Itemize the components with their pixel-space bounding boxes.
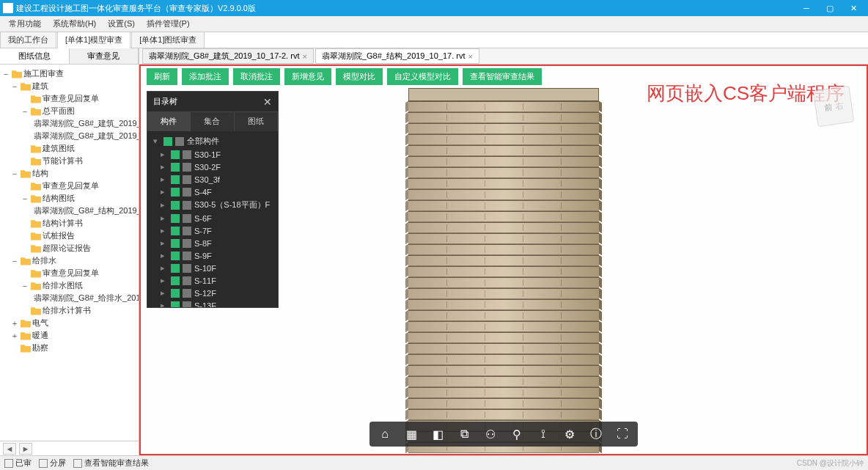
building-model[interactable] <box>408 88 599 455</box>
menu-plugins[interactable]: 插件管理(P) <box>141 17 196 31</box>
tree-toggle-icon[interactable]: − <box>10 257 19 265</box>
catalog-item[interactable]: ▸S-10F <box>147 262 278 274</box>
tree-toggle-icon[interactable]: − <box>1 70 10 78</box>
checkbox-icon[interactable] <box>171 214 180 223</box>
info-icon[interactable]: ⓘ <box>588 426 604 442</box>
settings-icon[interactable]: ⚙ <box>562 426 578 442</box>
catalog-item[interactable]: ▸S-7F <box>147 224 278 237</box>
chevron-right-icon[interactable]: ▸ <box>161 226 168 235</box>
view-smart-results-button[interactable]: 查看智能审查结果 <box>463 68 542 85</box>
tree-item[interactable]: −给排水 <box>0 254 139 267</box>
catalog-item[interactable]: ▸S-11F <box>147 274 278 287</box>
menu-help[interactable]: 系统帮助(H) <box>47 17 102 31</box>
new-comment-button[interactable]: 新增意见 <box>284 68 331 85</box>
tree-toggle-icon[interactable]: + <box>10 331 19 340</box>
chevron-right-icon[interactable]: ▸ <box>161 276 168 285</box>
close-button[interactable]: ✕ <box>842 0 865 16</box>
tree-toggle-icon[interactable]: − <box>21 282 29 290</box>
chevron-right-icon[interactable]: ▸ <box>161 288 168 298</box>
model-compare-button[interactable]: 模型对比 <box>336 68 383 85</box>
add-annotation-button[interactable]: 添加批注 <box>182 68 229 85</box>
refresh-button[interactable]: 刷新 <box>147 68 177 85</box>
catalog-tab-component[interactable]: 构件 <box>147 112 191 131</box>
checkbox-icon[interactable] <box>163 137 172 146</box>
checkbox-icon[interactable] <box>171 276 180 285</box>
chevron-right-icon[interactable]: ▸ <box>161 150 168 159</box>
tree-item[interactable]: +暖通 <box>0 329 139 342</box>
tree-toggle-icon[interactable]: + <box>10 319 19 328</box>
tree-item[interactable]: −结构图纸 <box>0 192 139 205</box>
catalog-tab-set[interactable]: 集合 <box>191 112 234 131</box>
tree-item[interactable]: 审查意见回复单 <box>0 267 139 279</box>
minimize-button[interactable]: ─ <box>795 0 818 16</box>
catalog-item[interactable]: ▸S30-5（S-18平面）F <box>147 198 278 212</box>
tree-item[interactable]: 给排水计算书 <box>0 304 139 317</box>
tag-icon[interactable]: ◧ <box>430 426 446 442</box>
checkbox-icon[interactable] <box>171 251 180 260</box>
tree-toggle-icon[interactable]: − <box>21 194 29 203</box>
maximize-button[interactable]: ▢ <box>818 0 842 16</box>
chevron-right-icon[interactable]: ▸ <box>161 238 168 248</box>
checkbox-icon[interactable] <box>171 163 180 172</box>
tab-model-review[interactable]: [单体1]模型审查 <box>57 32 130 48</box>
tree-item[interactable]: −施工图审查 <box>0 67 139 80</box>
tree-toggle-icon[interactable]: − <box>10 82 19 91</box>
checkbox-icon[interactable] <box>171 188 180 197</box>
chevron-right-icon[interactable]: ▸ <box>161 213 168 223</box>
checkbox-icon[interactable] <box>171 239 180 248</box>
tab-drawing-review[interactable]: [单体1]图纸审查 <box>131 32 205 48</box>
checkbox-icon[interactable] <box>171 301 180 308</box>
measure-icon[interactable]: ⟟ <box>535 426 551 442</box>
tree-item[interactable]: +电气 <box>0 317 139 329</box>
catalog-item[interactable]: ▸S30-1F <box>147 148 278 161</box>
chevron-right-icon[interactable]: ▸ <box>161 175 168 184</box>
status-smart-results[interactable]: 查看智能审查结果 <box>73 458 149 469</box>
tree-item[interactable]: 审查意见回复单 <box>0 92 139 105</box>
grid-icon[interactable]: ▦ <box>403 426 419 442</box>
tree-item[interactable]: 结构计算书 <box>0 217 139 230</box>
tree-item[interactable]: −结构 <box>0 167 139 180</box>
chevron-right-icon[interactable]: ▸ <box>161 187 168 197</box>
checkbox-icon[interactable] <box>171 227 180 235</box>
status-split[interactable]: 分屏 <box>39 458 66 469</box>
custom-compare-button[interactable]: 自定义模型对比 <box>387 68 458 85</box>
home-icon[interactable]: ⌂ <box>377 426 393 442</box>
catalog-item[interactable]: ▸S-13F <box>147 299 278 307</box>
nav-prev-button[interactable]: ◄ <box>3 443 16 455</box>
chevron-down-icon[interactable]: ▾ <box>153 136 161 146</box>
fullscreen-icon[interactable]: ⛶ <box>614 426 630 442</box>
catalog-close-icon[interactable]: ✕ <box>263 96 272 108</box>
checkbox-icon[interactable] <box>171 264 180 273</box>
tree-item[interactable]: 勘察 <box>0 342 139 354</box>
checkbox-icon[interactable] <box>171 289 180 298</box>
chevron-right-icon[interactable]: ▸ <box>161 251 168 260</box>
catalog-item[interactable]: ▸S-12F <box>147 287 278 299</box>
checkbox-icon[interactable] <box>171 175 180 184</box>
status-reviewed[interactable]: 已审 <box>4 458 32 469</box>
menu-common[interactable]: 常用功能 <box>3 17 47 31</box>
catalog-item[interactable]: ▸S-8F <box>147 237 278 249</box>
catalog-root[interactable]: ▾ 全部构件 <box>147 134 278 148</box>
tree-item[interactable]: 翡翠湖别院_G8#_建筑_2019_10_17 <box>0 130 139 142</box>
file-tree[interactable]: −施工图审查−建筑审查意见回复单−总平面图翡翠湖别院_G8#_建筑_2019_1… <box>0 65 139 441</box>
model-viewer[interactable]: 刷新 添加批注 取消批注 新增意见 模型对比 自定义模型对比 查看智能审查结果 … <box>139 65 868 455</box>
file-tab-1[interactable]: 翡翠湖别院_G8#_建筑_2019_10_17-2. rvt × <box>142 48 314 64</box>
tree-item[interactable]: −给排水图纸 <box>0 279 139 292</box>
viewcube[interactable]: 前 右 <box>813 86 854 127</box>
catalog-item[interactable]: ▸S-4F <box>147 186 278 198</box>
tree-item[interactable]: 建筑图纸 <box>0 142 139 155</box>
tree-item[interactable]: 翡翠湖别院_G8#_给排水_2019_10_17 <box>0 292 139 304</box>
marker-icon[interactable]: ⚲ <box>509 426 525 442</box>
sidebar-tab-review-comments[interactable]: 审查意见 <box>70 48 139 64</box>
tree-item[interactable]: −建筑 <box>0 80 139 92</box>
catalog-item[interactable]: ▸S30_3f <box>147 173 278 186</box>
close-icon[interactable]: × <box>468 52 473 61</box>
catalog-list[interactable]: ▾ 全部构件 ▸S30-1F▸S30-2F▸S30_3f▸S-4F▸S30-5（… <box>147 131 278 307</box>
tree-item[interactable]: 翡翠湖别院_G8#_结构_2019_10_17. r <box>0 205 139 217</box>
cancel-annotation-button[interactable]: 取消批注 <box>233 68 280 85</box>
tree-item[interactable]: 审查意见回复单 <box>0 180 139 192</box>
tree-item[interactable]: −总平面图 <box>0 105 139 117</box>
catalog-item[interactable]: ▸S-9F <box>147 249 278 262</box>
catalog-tab-drawing[interactable]: 图纸 <box>235 112 278 131</box>
chevron-right-icon[interactable]: ▸ <box>161 200 168 210</box>
